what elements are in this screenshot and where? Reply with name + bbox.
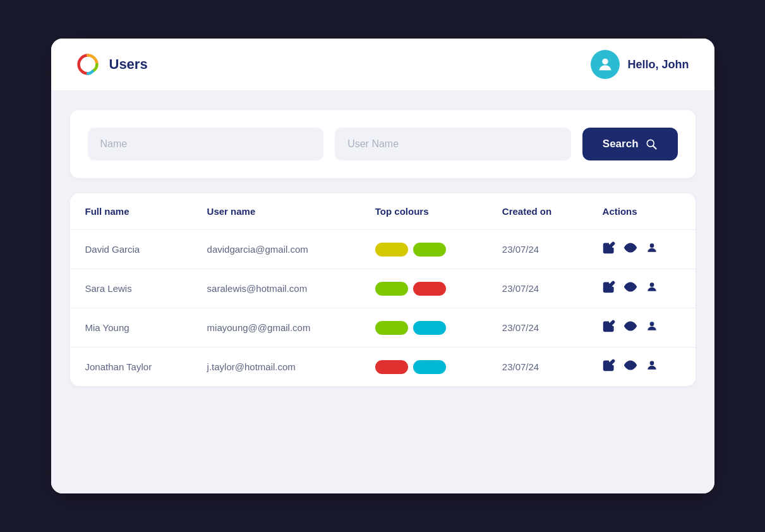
view-icon[interactable] xyxy=(624,241,637,257)
cell-created: 23/07/24 xyxy=(487,348,587,387)
svg-point-9 xyxy=(629,364,632,367)
view-icon[interactable] xyxy=(624,359,637,375)
edit-icon[interactable] xyxy=(603,359,615,375)
user-icon[interactable] xyxy=(646,241,658,257)
col-username: User name xyxy=(192,193,360,230)
colour-pill xyxy=(413,243,446,257)
cell-fullname: Mia Young xyxy=(70,308,192,348)
user-icon[interactable] xyxy=(646,281,658,296)
svg-point-7 xyxy=(629,325,632,328)
cell-actions xyxy=(587,269,696,308)
cell-created: 23/07/24 xyxy=(487,269,587,308)
colour-pill xyxy=(375,282,408,296)
user-area: Hello, John xyxy=(591,50,689,79)
svg-point-8 xyxy=(649,322,654,326)
cell-colours xyxy=(360,348,487,387)
col-created: Created on xyxy=(487,193,587,230)
app-window: Users Hello, John Search xyxy=(51,39,714,493)
table-row: Mia Youngmiayoung@@gmail.com23/07/24 xyxy=(70,308,696,348)
view-icon[interactable] xyxy=(624,281,637,296)
cell-fullname: Sara Lewis xyxy=(70,269,192,308)
cell-colours xyxy=(360,230,487,269)
edit-icon[interactable] xyxy=(603,241,615,257)
col-colours: Top colours xyxy=(360,193,487,230)
cell-username: j.taylor@hotmail.com xyxy=(192,348,360,387)
svg-point-4 xyxy=(649,243,654,248)
name-input[interactable] xyxy=(88,128,324,160)
table-row: David Garciadavidgarcia@gmail.com23/07/2… xyxy=(70,230,696,269)
colour-pill xyxy=(375,360,408,374)
col-actions: Actions xyxy=(587,193,696,230)
svg-point-10 xyxy=(649,361,654,365)
colour-pill xyxy=(375,243,408,257)
cell-colours xyxy=(360,308,487,348)
cell-colours xyxy=(360,269,487,308)
edit-icon[interactable] xyxy=(603,320,615,336)
colour-pill xyxy=(413,360,446,374)
content-area: Search Full name User name Top colours C… xyxy=(51,91,714,493)
col-fullname: Full name xyxy=(70,193,192,230)
svg-point-3 xyxy=(629,246,632,250)
cell-created: 23/07/24 xyxy=(487,230,587,269)
table-header-row: Full name User name Top colours Created … xyxy=(70,193,696,230)
search-card: Search xyxy=(70,110,696,178)
cell-fullname: Jonathan Taylor xyxy=(70,348,192,387)
cell-username: miayoung@@gmail.com xyxy=(192,308,360,348)
search-icon xyxy=(645,138,658,150)
users-table: Full name User name Top colours Created … xyxy=(70,193,696,386)
greeting-text: Hello, John xyxy=(627,58,689,71)
cell-username: davidgarcia@gmail.com xyxy=(192,230,360,269)
colour-pill xyxy=(413,282,446,296)
search-button-label: Search xyxy=(603,138,639,150)
table-row: Sara Lewissaralewis@hotmail.com23/07/24 xyxy=(70,269,696,308)
cell-username: saralewis@hotmail.com xyxy=(192,269,360,308)
cell-created: 23/07/24 xyxy=(487,308,587,348)
cell-fullname: David Garcia xyxy=(70,230,192,269)
view-icon[interactable] xyxy=(624,320,637,336)
cell-actions xyxy=(587,308,696,348)
header: Users Hello, John xyxy=(51,39,714,91)
table-row: Jonathan Taylorj.taylor@hotmail.com23/07… xyxy=(70,348,696,387)
cell-actions xyxy=(587,348,696,387)
colour-pill xyxy=(413,321,446,335)
svg-point-5 xyxy=(629,286,632,289)
table-card: Full name User name Top colours Created … xyxy=(70,193,696,386)
user-icon[interactable] xyxy=(646,359,658,375)
page-title: Users xyxy=(109,56,148,73)
avatar-icon xyxy=(596,56,614,73)
logo-icon xyxy=(76,53,99,76)
username-input[interactable] xyxy=(335,128,571,160)
svg-line-2 xyxy=(653,146,656,149)
svg-point-6 xyxy=(649,282,654,287)
logo-area: Users xyxy=(76,53,148,76)
search-button[interactable]: Search xyxy=(582,128,678,160)
edit-icon[interactable] xyxy=(603,281,615,296)
avatar xyxy=(591,50,620,79)
cell-actions xyxy=(587,230,696,269)
user-icon[interactable] xyxy=(646,320,658,336)
svg-point-0 xyxy=(603,59,608,64)
colour-pill xyxy=(375,321,408,335)
